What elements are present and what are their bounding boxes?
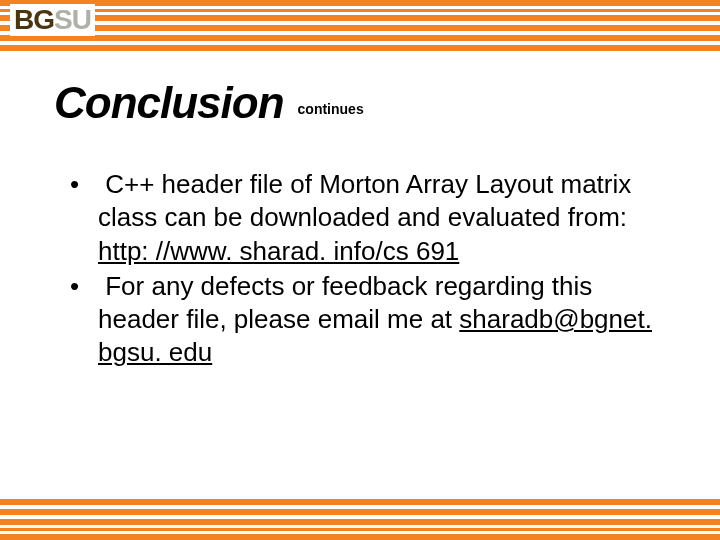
list-item: For any defects or feedback regarding th… bbox=[70, 270, 660, 370]
bullet-link: http: //www. sharad. info/cs 691 bbox=[98, 236, 459, 266]
logo-primary: BG bbox=[14, 4, 54, 35]
slide-title-suffix: continues bbox=[298, 101, 364, 117]
list-item: C++ header file of Morton Array Layout m… bbox=[70, 168, 660, 268]
bottom-stripe-group bbox=[0, 499, 720, 540]
bgsu-logo: BGSU bbox=[10, 4, 95, 36]
bullet-text: C++ header file of Morton Array Layout m… bbox=[98, 169, 631, 232]
top-stripe-group bbox=[0, 0, 720, 51]
slide-title-wrap: Conclusion continues bbox=[54, 78, 364, 128]
logo-secondary: SU bbox=[54, 4, 91, 35]
slide-title: Conclusion bbox=[54, 78, 284, 128]
bullet-list: C++ header file of Morton Array Layout m… bbox=[70, 168, 660, 370]
slide-content: C++ header file of Morton Array Layout m… bbox=[70, 168, 660, 372]
